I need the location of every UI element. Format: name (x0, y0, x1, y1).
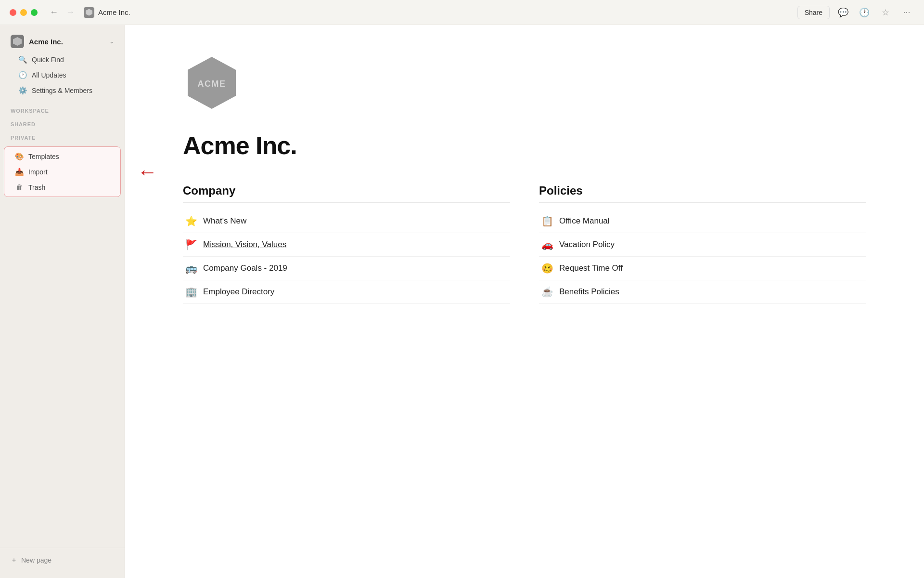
benefits-emoji: ☕ (541, 286, 553, 298)
clock-icon: 🕐 (18, 71, 27, 79)
time-off-text: Request Time Off (559, 263, 623, 273)
company-link-goals[interactable]: 🚌 Company Goals - 2019 (183, 257, 510, 280)
share-button[interactable]: Share (797, 6, 830, 19)
mission-text: Mission, Vision, Values (203, 240, 286, 250)
whats-new-emoji: ⭐ (185, 215, 197, 227)
section-private: PRIVATE (0, 129, 125, 143)
company-column: Company ⭐ What's New 🚩 Mission, Vision, … (183, 184, 510, 304)
titlebar-right: Share 💬 🕐 ☆ ··· (797, 5, 914, 20)
close-button[interactable] (10, 9, 16, 16)
policy-link-benefits[interactable]: ☕ Benefits Policies (539, 280, 866, 304)
back-button[interactable]: ← (47, 6, 61, 19)
main-layout: Acme Inc. ⌄ 🔍 Quick Find 🕐 All Updates ⚙… (0, 25, 924, 578)
workspace-name: Acme Inc. (29, 38, 104, 46)
policy-link-time-off[interactable]: 🥴 Request Time Off (539, 257, 866, 280)
main-content: ACME Acme Inc. Company ⭐ What's New 🚩 Mi… (125, 25, 924, 578)
breadcrumb: Acme Inc. (84, 7, 797, 18)
page-logo: ACME (183, 54, 866, 112)
new-page-button[interactable]: ＋ New page (6, 552, 119, 568)
company-section-title: Company (183, 184, 510, 203)
section-workspace: WORKSPACE (0, 102, 125, 116)
goals-emoji: 🚌 (185, 263, 197, 274)
mission-emoji: 🚩 (185, 239, 197, 250)
breadcrumb-title: Acme Inc. (98, 8, 130, 16)
templates-label: Templates (28, 153, 59, 160)
company-link-mission[interactable]: 🚩 Mission, Vision, Values (183, 233, 510, 257)
directory-text: Employee Directory (203, 287, 274, 297)
settings-label: Settings & Members (32, 87, 92, 94)
page-title: Acme Inc. (183, 131, 866, 160)
import-icon: 📥 (15, 168, 24, 176)
sidebar-bottom: ＋ New page (0, 548, 125, 572)
history-icon-button[interactable]: 🕐 (857, 5, 872, 20)
time-off-emoji: 🥴 (541, 263, 553, 274)
whats-new-text: What's New (203, 216, 246, 226)
office-manual-emoji: 📋 (541, 215, 553, 227)
workspace-logo (11, 35, 24, 48)
policy-link-office-manual[interactable]: 📋 Office Manual (539, 210, 866, 233)
quick-find-label: Quick Find (32, 56, 64, 64)
chevron-down-icon: ⌄ (109, 38, 114, 45)
section-shared: SHARED (0, 116, 125, 129)
sidebar: Acme Inc. ⌄ 🔍 Quick Find 🕐 All Updates ⚙… (0, 25, 125, 578)
sidebar-item-all-updates[interactable]: 🕐 All Updates (8, 67, 117, 83)
svg-text:ACME: ACME (198, 79, 226, 89)
templates-icon: 🎨 (15, 152, 24, 161)
highlighted-section: 🎨 Templates 📥 Import 🗑 Trash ← (0, 143, 125, 201)
acme-logo: ACME (183, 54, 241, 112)
policy-link-vacation[interactable]: 🚗 Vacation Policy (539, 233, 866, 257)
traffic-lights (10, 9, 38, 16)
sidebar-top: Acme Inc. ⌄ 🔍 Quick Find 🕐 All Updates ⚙… (0, 31, 125, 98)
company-link-directory[interactable]: 🏢 Employee Directory (183, 280, 510, 304)
chat-icon-button[interactable]: 💬 (835, 5, 851, 20)
benefits-text: Benefits Policies (559, 287, 619, 297)
sidebar-item-settings[interactable]: ⚙️ Settings & Members (8, 83, 117, 98)
workspace-header[interactable]: Acme Inc. ⌄ (6, 31, 119, 52)
minimize-button[interactable] (20, 9, 27, 16)
maximize-button[interactable] (31, 9, 38, 16)
columns-container: Company ⭐ What's New 🚩 Mission, Vision, … (183, 184, 866, 304)
all-updates-label: All Updates (32, 71, 66, 79)
more-icon-button[interactable]: ··· (899, 5, 914, 20)
workspace-icon (84, 7, 94, 18)
plus-icon: ＋ (11, 556, 17, 565)
sidebar-highlighted-box: 🎨 Templates 📥 Import 🗑 Trash (4, 146, 121, 197)
forward-button[interactable]: → (64, 6, 77, 19)
directory-emoji: 🏢 (185, 286, 197, 298)
titlebar: ← → Acme Inc. Share 💬 🕐 ☆ ··· (0, 0, 924, 25)
new-page-label: New page (21, 556, 51, 564)
sidebar-item-trash[interactable]: 🗑 Trash (4, 180, 120, 195)
sidebar-item-templates[interactable]: 🎨 Templates (4, 149, 120, 164)
gear-icon: ⚙️ (18, 86, 27, 95)
company-link-whats-new[interactable]: ⭐ What's New (183, 210, 510, 233)
import-label: Import (28, 168, 48, 176)
vacation-text: Vacation Policy (559, 240, 615, 250)
policies-section-title: Policies (539, 184, 866, 203)
search-icon: 🔍 (18, 55, 27, 64)
office-manual-text: Office Manual (559, 216, 610, 226)
vacation-emoji: 🚗 (541, 239, 553, 250)
sidebar-item-import[interactable]: 📥 Import (4, 164, 120, 180)
goals-text: Company Goals - 2019 (203, 263, 287, 273)
trash-icon: 🗑 (15, 183, 24, 191)
policies-column: Policies 📋 Office Manual 🚗 Vacation Poli… (539, 184, 866, 304)
trash-label: Trash (28, 184, 45, 191)
star-icon-button[interactable]: ☆ (878, 5, 893, 20)
nav-buttons: ← → (47, 6, 77, 19)
sidebar-item-quick-find[interactable]: 🔍 Quick Find (8, 52, 117, 67)
